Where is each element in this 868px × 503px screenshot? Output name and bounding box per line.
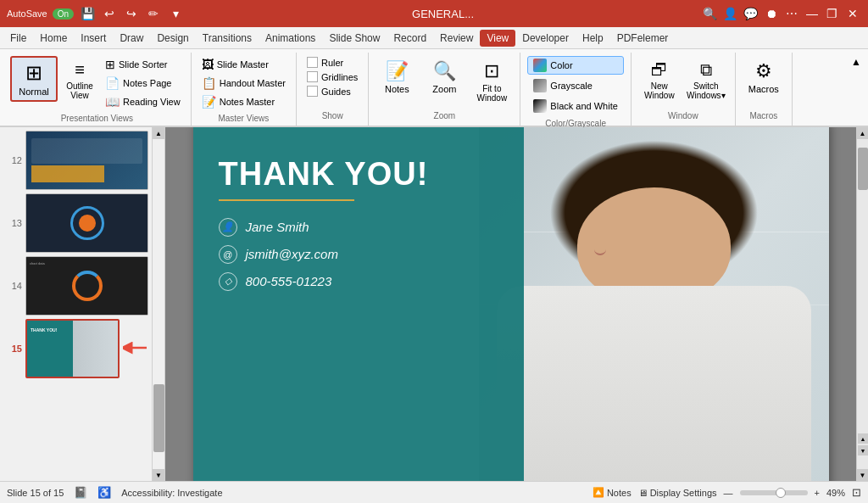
- menu-developer[interactable]: Developer: [515, 30, 576, 47]
- reading-view-icon: 📖: [105, 95, 120, 109]
- slide-thumb-15[interactable]: THANK YOU!: [25, 319, 120, 378]
- close-button[interactable]: ✕: [844, 5, 861, 22]
- email-icon: @: [219, 245, 237, 264]
- outline-view-button[interactable]: ≡ OutlineView: [61, 56, 98, 104]
- color-button[interactable]: Color: [527, 56, 623, 75]
- scroll-up-button[interactable]: ▲: [857, 127, 868, 139]
- zoom-slider[interactable]: [740, 490, 808, 495]
- scroll-thumb[interactable]: [858, 148, 868, 190]
- presentation-views-label: Presentation Views: [10, 112, 184, 125]
- zoom-button[interactable]: 🔍 Zoom: [423, 56, 465, 98]
- normal-button[interactable]: ⊞ Normal: [10, 56, 58, 102]
- notes-page-button[interactable]: 📄 Notes Page: [102, 75, 184, 92]
- slide-sorter-button[interactable]: ⊞ Slide Sorter: [102, 56, 184, 73]
- slide-item-13[interactable]: 13: [3, 193, 148, 253]
- zoom-out-button[interactable]: —: [724, 488, 733, 498]
- color-col: Color Grayscale Black and White: [527, 56, 623, 115]
- fit-slide-button[interactable]: ⊡: [852, 486, 861, 499]
- autosave-toggle[interactable]: On: [53, 8, 74, 20]
- slide-master-button[interactable]: 🖼 Slide Master: [198, 56, 289, 73]
- slide-thumb-13[interactable]: [25, 193, 148, 253]
- slide-scroll-track[interactable]: [153, 139, 164, 469]
- undo-icon[interactable]: ↩: [101, 5, 118, 22]
- notes-view-button[interactable]: 📝 Notes: [376, 56, 418, 98]
- gold-divider: [219, 199, 354, 201]
- status-bar: Slide 15 of 15 📓 ♿ Accessibility: Invest…: [0, 481, 868, 503]
- show-col: Ruler Gridlines Guides: [303, 56, 361, 98]
- menu-help[interactable]: Help: [576, 30, 610, 47]
- menu-animations[interactable]: Animations: [259, 30, 322, 47]
- black-white-button[interactable]: Black and White: [527, 97, 623, 115]
- notes-button[interactable]: 🔼 Notes: [593, 487, 632, 498]
- menu-insert[interactable]: Insert: [74, 30, 113, 47]
- search-icon[interactable]: 🔍: [702, 5, 719, 22]
- slide-info: Slide 15 of 15: [7, 488, 64, 498]
- gridlines-checkbox[interactable]: Gridlines: [303, 70, 361, 83]
- color-grayscale-group: Color Grayscale Black and White Color/Gr…: [520, 53, 631, 126]
- menu-design[interactable]: Design: [150, 30, 195, 47]
- ruler-check-box: [307, 57, 318, 68]
- zoom-in-button[interactable]: +: [815, 488, 820, 498]
- new-window-button[interactable]: 🗗 NewWindow: [638, 56, 681, 104]
- slide-item-12[interactable]: 12: [3, 131, 148, 190]
- pen-icon[interactable]: ✏: [145, 5, 162, 22]
- accessibility-label[interactable]: Accessibility: Investigate: [121, 488, 222, 498]
- slide-thumb-14[interactable]: chart data: [25, 256, 148, 316]
- menu-view[interactable]: View: [480, 30, 515, 47]
- display-settings-button[interactable]: 🖥 Display Settings: [638, 488, 717, 498]
- grayscale-button[interactable]: Grayscale: [527, 76, 623, 95]
- slide-master-icon: 🖼: [202, 58, 214, 71]
- slide-scroll-down[interactable]: ▼: [153, 469, 164, 481]
- notes-icon: 📝: [386, 60, 409, 82]
- menu-home[interactable]: Home: [33, 30, 74, 47]
- menu-draw[interactable]: Draw: [113, 30, 150, 47]
- ribbon-collapse[interactable]: ▲: [848, 53, 865, 126]
- red-arrow-annotation: [123, 339, 148, 359]
- bw-swatch: [533, 99, 547, 113]
- content-and-scroll: THANK YOU! 👤 Jane Smith @ jsmith@xyz.com: [165, 127, 868, 481]
- more2-icon[interactable]: ⋯: [783, 5, 800, 22]
- title-bar: AutoSave On 💾 ↩ ↪ ✏ ▾ GENERAL... 🔍 👤 💬 ⏺…: [0, 0, 868, 27]
- minimize-button[interactable]: —: [804, 5, 821, 22]
- notes-page-icon: 📄: [105, 76, 120, 90]
- notes-master-button[interactable]: 📝 Notes Master: [198, 93, 289, 110]
- macros-button[interactable]: ⚙ Macros: [743, 56, 785, 98]
- slide-thumb-12[interactable]: [25, 131, 148, 190]
- zoom-group: 📝 Notes 🔍 Zoom ⊡ Fit toWindow Zoom: [369, 53, 520, 126]
- reading-view-button[interactable]: 📖 Reading View: [102, 93, 184, 110]
- page-up-button[interactable]: ▲: [858, 433, 868, 444]
- menu-pdfelemer[interactable]: PDFelemer: [610, 30, 676, 47]
- redo-icon[interactable]: ↪: [123, 5, 140, 22]
- switch-windows-button[interactable]: ⧉ SwitchWindows▾: [684, 56, 728, 104]
- menu-review[interactable]: Review: [433, 30, 480, 47]
- handout-master-button[interactable]: 📋 Handout Master: [198, 75, 289, 92]
- slide-number-13: 13: [3, 218, 22, 228]
- comment-icon[interactable]: 💬: [743, 5, 760, 22]
- slide-item-14[interactable]: 14 chart data: [3, 256, 148, 316]
- record-icon[interactable]: ⏺: [763, 5, 780, 22]
- share-icon[interactable]: 👤: [722, 5, 739, 22]
- slide-scroll-up[interactable]: ▲: [153, 127, 164, 139]
- slide-photo: [479, 127, 829, 481]
- more-icon[interactable]: ▾: [167, 5, 184, 22]
- fit-icon: ⊡: [484, 60, 499, 82]
- menu-record[interactable]: Record: [387, 30, 433, 47]
- slide-item-15[interactable]: 15 THANK YOU!: [3, 319, 148, 378]
- zoom-label: Zoom: [376, 109, 513, 122]
- switch-icon: ⧉: [700, 60, 712, 80]
- guides-checkbox[interactable]: Guides: [303, 85, 361, 98]
- menu-transitions[interactable]: Transitions: [196, 30, 259, 47]
- show-group: Ruler Gridlines Guides Show: [297, 53, 369, 126]
- save-icon[interactable]: 💾: [79, 5, 96, 22]
- menu-slideshow[interactable]: Slide Show: [322, 30, 387, 47]
- ruler-checkbox[interactable]: Ruler: [303, 56, 361, 69]
- menu-file[interactable]: File: [3, 30, 33, 47]
- scroll-track[interactable]: ▲ ▼: [857, 139, 868, 469]
- page-down-button[interactable]: ▼: [858, 445, 868, 455]
- restore-button[interactable]: ❐: [824, 5, 841, 22]
- status-left: Slide 15 of 15 📓 ♿ Accessibility: Invest…: [7, 486, 223, 499]
- slide-scroll-thumb[interactable]: [153, 384, 164, 452]
- guides-check-box: [307, 86, 318, 97]
- fit-to-window-button[interactable]: ⊡ Fit toWindow: [470, 56, 513, 107]
- scroll-down-button[interactable]: ▼: [857, 469, 868, 481]
